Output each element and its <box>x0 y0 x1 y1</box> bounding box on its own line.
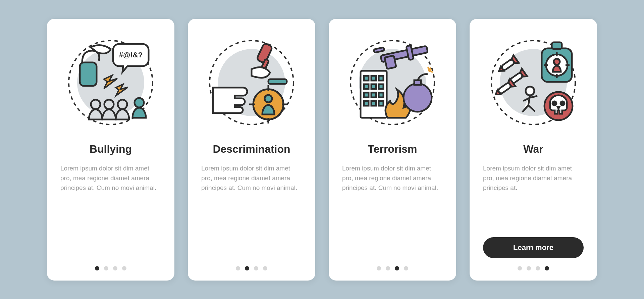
dot[interactable] <box>122 266 126 270</box>
svg-rect-32 <box>379 84 383 89</box>
dot[interactable] <box>377 266 381 270</box>
bullying-icon: #@!&? <box>60 32 161 133</box>
svg-rect-27 <box>364 76 369 81</box>
dot[interactable] <box>527 266 531 270</box>
pagination-dots <box>377 266 408 270</box>
svg-rect-40 <box>414 80 421 85</box>
dot[interactable] <box>536 266 540 270</box>
svg-rect-2 <box>80 62 97 86</box>
svg-text:#@!&?: #@!&? <box>119 51 143 59</box>
card-description: Lorem ipsum dolor sit dim amet pro, mea … <box>60 163 161 266</box>
svg-point-46 <box>526 87 534 95</box>
card-title: Descrimination <box>213 143 290 155</box>
svg-point-5 <box>104 100 114 109</box>
svg-point-56 <box>552 101 556 105</box>
dot[interactable] <box>386 266 390 270</box>
dot[interactable] <box>245 266 249 270</box>
svg-point-19 <box>265 95 272 102</box>
card-title: Terrorism <box>368 143 417 155</box>
learn-more-button[interactable]: Learn more <box>483 237 584 258</box>
svg-point-7 <box>135 98 144 107</box>
svg-rect-30 <box>364 84 369 89</box>
svg-rect-29 <box>379 76 383 81</box>
pagination-dots <box>95 266 126 270</box>
onboarding-card-discrimination: Descrimination Lorem ipsum dolor sit dim… <box>188 19 315 281</box>
onboarding-card-terrorism: Terrorism Lorem ipsum dolor sit dim amet… <box>329 19 456 281</box>
card-description: Lorem ipsum dolor sit dim amet pro, mea … <box>483 163 584 237</box>
dot[interactable] <box>404 266 408 270</box>
svg-rect-23 <box>385 55 396 69</box>
svg-rect-33 <box>364 93 369 97</box>
dot[interactable] <box>95 266 99 270</box>
svg-rect-35 <box>379 93 383 97</box>
onboarding-card-bullying: #@!&? Bullying Lorem ipsum dolor sit dim… <box>47 19 174 281</box>
svg-rect-28 <box>371 76 376 81</box>
pagination-dots <box>518 266 549 270</box>
card-title: War <box>523 143 543 155</box>
svg-point-39 <box>404 84 432 112</box>
svg-rect-38 <box>379 101 383 106</box>
svg-rect-31 <box>371 84 376 89</box>
discrimination-icon <box>201 32 302 133</box>
dot[interactable] <box>545 266 549 270</box>
svg-rect-12 <box>268 79 287 84</box>
dot[interactable] <box>236 266 240 270</box>
svg-rect-54 <box>552 42 562 49</box>
svg-rect-37 <box>371 101 376 106</box>
onboarding-card-war: War Lorem ipsum dolor sit dim amet pro, … <box>470 19 597 281</box>
svg-point-57 <box>560 101 565 105</box>
svg-rect-36 <box>364 101 369 106</box>
dot[interactable] <box>263 266 267 270</box>
svg-rect-34 <box>371 93 376 97</box>
svg-point-4 <box>91 100 100 109</box>
card-description: Lorem ipsum dolor sit dim amet pro, mea … <box>342 163 443 266</box>
dot[interactable] <box>113 266 117 270</box>
dot[interactable] <box>104 266 108 270</box>
dot[interactable] <box>254 266 258 270</box>
card-title: Bullying <box>90 143 132 155</box>
dot[interactable] <box>395 266 399 270</box>
terrorism-icon <box>342 32 443 133</box>
war-icon <box>483 32 584 133</box>
svg-point-6 <box>118 100 127 109</box>
svg-point-49 <box>554 59 560 65</box>
pagination-dots <box>236 266 267 270</box>
card-description: Lorem ipsum dolor sit dim amet pro, mea … <box>201 163 302 266</box>
dot[interactable] <box>518 266 522 270</box>
